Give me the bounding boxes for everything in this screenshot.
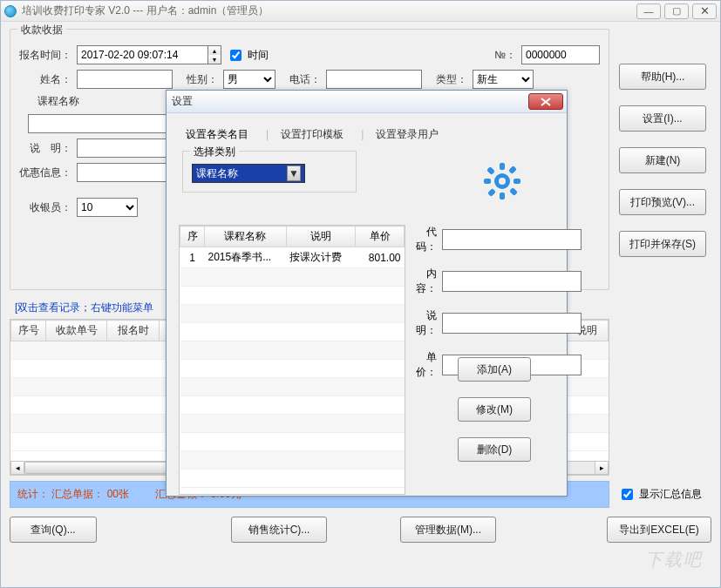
form-desc-input[interactable] <box>442 313 582 334</box>
gender-label: 性别： <box>178 72 218 87</box>
content-label: 内容： <box>416 267 437 296</box>
course-input[interactable] <box>28 114 176 133</box>
show-summary-checkbox[interactable] <box>622 489 633 500</box>
maximize-button[interactable]: ▢ <box>664 3 689 19</box>
dlg-h-3: 单价 <box>356 226 405 247</box>
dialog-titlebar: 设置 <box>167 91 567 113</box>
cell-price: 801.00 <box>356 247 405 268</box>
cashier-select[interactable]: 10 <box>77 198 138 217</box>
cell-course: 2015春季书... <box>205 247 287 268</box>
settings-button[interactable]: 设置(I)... <box>619 105 706 132</box>
svg-rect-9 <box>487 188 496 197</box>
scroll-right-icon[interactable]: ▸ <box>595 461 609 475</box>
dlg-table-row[interactable] <box>180 268 405 287</box>
grid-h-1: 收款单号 <box>46 321 107 341</box>
dialog-close-button[interactable] <box>528 93 563 110</box>
settings-dialog: 设置 设置各类名目 设置打印模板 设置登录用户 选择类别 课程名称 ▼ <box>166 90 568 497</box>
select-category-group: 选择类别 课程名称 ▼ <box>182 151 357 193</box>
side-button-column: 帮助(H)... 设置(I)... 新建(N) 打印预览(V)... 打印并保存… <box>619 64 706 257</box>
dlg-table-row[interactable] <box>180 470 405 488</box>
gear-icon <box>481 160 523 202</box>
no-label: №： <box>490 48 516 63</box>
show-summary-label: 显示汇总信息 <box>639 487 702 502</box>
dialog-button-col: 添加(A) 修改(M) 删除(D) <box>458 357 531 462</box>
cashier-label: 收银员： <box>19 200 71 215</box>
category-select[interactable]: 课程名称 ▼ <box>192 164 305 183</box>
name-input[interactable] <box>77 70 173 89</box>
close-button[interactable]: ✕ <box>692 3 717 19</box>
form-desc-label: 说明： <box>416 308 437 338</box>
svg-rect-7 <box>509 187 518 196</box>
time-checkbox-wrap[interactable]: 时间 <box>227 47 269 64</box>
grid-h-0: 序号 <box>11 321 46 341</box>
tab-print-template[interactable]: 设置打印模板 <box>264 125 345 144</box>
tab-login-users[interactable]: 设置登录用户 <box>359 125 440 144</box>
dlg-table-row[interactable] <box>180 360 405 378</box>
code-input[interactable] <box>442 229 582 250</box>
dlg-table-row[interactable] <box>180 378 405 396</box>
phone-input[interactable] <box>326 70 422 89</box>
window-title: 培训收费打印专家 V2.0 --- 用户名：admin（管理员） <box>22 3 269 18</box>
svg-rect-5 <box>514 179 520 184</box>
dlg-table-row[interactable] <box>180 415 405 433</box>
query-button[interactable]: 查询(Q)... <box>10 517 97 543</box>
phone-label: 电话： <box>281 72 321 87</box>
svg-rect-6 <box>486 166 495 175</box>
add-button[interactable]: 添加(A) <box>458 357 531 382</box>
tab-categories[interactable]: 设置各类名目 <box>184 125 250 144</box>
svg-rect-4 <box>484 179 491 184</box>
print-preview-button[interactable]: 打印预览(V)... <box>619 189 706 215</box>
delete-button[interactable]: 删除(D) <box>458 437 531 462</box>
reg-time-picker[interactable]: ▲▼ <box>77 45 221 64</box>
dlg-table-row[interactable]: 1 2015春季书... 按课次计费 801.00 <box>180 247 405 268</box>
minimize-button[interactable]: — <box>636 3 661 19</box>
summary-count-label: 汇总单据： <box>51 488 104 500</box>
new-button[interactable]: 新建(N) <box>619 147 706 173</box>
scroll-left-icon[interactable]: ◂ <box>10 461 24 475</box>
type-select[interactable]: 新生 <box>473 70 534 89</box>
app-icon <box>4 5 17 17</box>
modify-button[interactable]: 修改(M) <box>458 397 531 422</box>
dlg-table-row[interactable] <box>180 433 405 451</box>
dlg-h-0: 序 <box>180 226 205 247</box>
discount-input[interactable] <box>77 163 173 182</box>
dlg-table-row[interactable] <box>180 305 405 323</box>
print-save-button[interactable]: 打印并保存(S) <box>619 231 706 257</box>
manage-data-button[interactable]: 管理数据(M)... <box>400 517 496 543</box>
summary-count: 00张 <box>107 488 129 500</box>
dialog-title: 设置 <box>172 94 193 109</box>
dlg-h-1: 课程名称 <box>205 226 287 247</box>
time-checkbox[interactable] <box>230 50 241 61</box>
export-excel-button[interactable]: 导出到EXCEL(E) <box>607 517 711 543</box>
content-input[interactable] <box>442 271 582 292</box>
show-summary-checkbox-wrap[interactable]: 显示汇总信息 <box>618 486 702 503</box>
category-table[interactable]: 序 课程名称 说明 单价 1 2015春季书... 按课次计费 801.00 <box>179 225 405 495</box>
svg-rect-2 <box>500 163 505 170</box>
form-price-label: 单价： <box>416 350 437 380</box>
name-label: 姓名： <box>19 72 71 87</box>
code-label: 代码： <box>416 225 437 254</box>
time-checkbox-label: 时间 <box>248 48 269 63</box>
scroll-thumb[interactable] <box>24 462 184 474</box>
dlg-table-row[interactable] <box>180 396 405 415</box>
dlg-table-row[interactable] <box>180 451 405 470</box>
discount-label: 优惠信息： <box>19 166 71 180</box>
help-button[interactable]: 帮助(H)... <box>619 64 706 90</box>
dropdown-arrow-icon[interactable]: ▼ <box>287 166 301 181</box>
dlg-table-row[interactable] <box>180 287 405 305</box>
reg-time-spinner[interactable]: ▲▼ <box>207 45 221 64</box>
svg-point-1 <box>499 178 506 185</box>
dlg-table-row[interactable] <box>180 341 405 360</box>
sales-stats-button[interactable]: 销售统计C)... <box>231 517 327 543</box>
dlg-table-header: 序 课程名称 说明 单价 <box>180 226 405 247</box>
dlg-table-row[interactable] <box>180 323 405 341</box>
gender-select[interactable]: 男 <box>223 70 275 89</box>
reg-time-input[interactable] <box>77 45 207 64</box>
desc-input[interactable] <box>77 139 173 158</box>
grid-h-2: 报名时 <box>107 321 160 341</box>
dlg-h-2: 说明 <box>286 226 355 247</box>
svg-rect-8 <box>508 166 517 174</box>
no-input[interactable] <box>521 45 600 64</box>
receipt-legend: 收款收据 <box>17 23 66 37</box>
watermark: 下载吧 <box>645 548 703 571</box>
